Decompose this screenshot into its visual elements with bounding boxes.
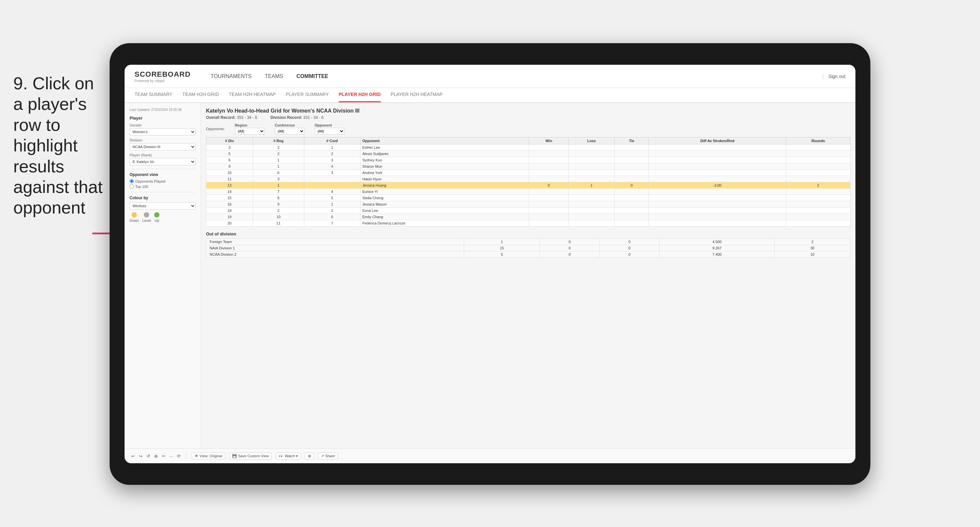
legend-level-label: Level bbox=[142, 219, 151, 222]
view-original-icon: 👁 bbox=[195, 454, 198, 458]
grid-table-wrapper: # Div # Reg # Conf Opponent Win Loss Tie… bbox=[206, 137, 850, 227]
toolbar-more[interactable]: ··· bbox=[169, 454, 173, 459]
filter-region: Region (All) bbox=[235, 123, 265, 135]
nav-committee[interactable]: COMMITTEE bbox=[296, 72, 328, 81]
filter-opponent-label: Opponent bbox=[315, 123, 345, 127]
legend-down-dot bbox=[132, 212, 137, 217]
division-select[interactable]: NCAA Division III bbox=[130, 143, 196, 151]
filter-region-select[interactable]: (All) bbox=[235, 128, 265, 135]
nav-tournaments[interactable]: TOURNAMENTS bbox=[211, 72, 251, 81]
bottom-toolbar: ↩ ↪ ↺ ⊕ ✂ ··· ⟳ 👁 View: Original 💾 Save … bbox=[124, 448, 856, 463]
sign-out-link[interactable]: Sign out bbox=[829, 74, 845, 79]
watch-icon: 👀 bbox=[279, 454, 283, 458]
filter-opponent-select[interactable]: (All) bbox=[315, 128, 345, 135]
legend-level-dot bbox=[144, 212, 149, 217]
opponent-view-title: Opponent view bbox=[130, 172, 196, 177]
subnav-team-summary[interactable]: TEAM SUMMARY bbox=[135, 88, 172, 102]
player-section-title: Player bbox=[130, 116, 196, 121]
timestamp: Last Updated: 27/03/2024 16:55:38 bbox=[130, 108, 196, 111]
grid-area: Katelyn Vo Head-to-Head Grid for Women's… bbox=[201, 103, 856, 448]
th-div: # Div bbox=[206, 138, 253, 144]
records-row: Overall Record: 353 - 34 - 6 Division Re… bbox=[206, 115, 850, 120]
table-row[interactable]: 131Jessica Huang010-3.002 bbox=[206, 182, 850, 189]
share-icon: ↗ bbox=[321, 454, 324, 458]
th-opponent: Opponent bbox=[360, 138, 529, 144]
navbar: SCOREBOARD Powered by clippd TOURNAMENTS… bbox=[124, 65, 856, 88]
filter-conference-label: Conference bbox=[275, 123, 305, 127]
instruction-step: 9. bbox=[13, 74, 27, 93]
th-tie: Tie bbox=[614, 138, 649, 144]
ood-row[interactable]: Foreign Team1004.5002 bbox=[206, 239, 850, 245]
brand-name: SCOREBOARD bbox=[135, 70, 191, 79]
player-rank-label: Player (Rank) bbox=[130, 153, 196, 157]
colour-by-select[interactable]: Win/loss bbox=[130, 202, 196, 210]
toolbar-view-original[interactable]: 👁 View: Original bbox=[192, 452, 225, 459]
th-loss: Loss bbox=[568, 138, 614, 144]
table-row[interactable]: 20117Federica Domecq Lacroze bbox=[206, 220, 850, 227]
main-content: Last Updated: 27/03/2024 16:55:38 Player… bbox=[124, 103, 856, 448]
ood-row[interactable]: NCAA Division 25007.40010 bbox=[206, 251, 850, 258]
subnav-player-h2h-grid[interactable]: PLAYER H2H GRID bbox=[339, 88, 381, 102]
gender-label: Gender bbox=[130, 123, 196, 127]
sign-out-area: | Sign out bbox=[822, 73, 845, 79]
table-row[interactable]: 19106Emily Chang bbox=[206, 214, 850, 220]
toolbar-add[interactable]: ⊕ bbox=[154, 454, 158, 459]
radio-opponents-played[interactable]: Opponents Played bbox=[130, 179, 196, 183]
ood-row[interactable]: NAIA Division 115009.26730 bbox=[206, 245, 850, 251]
subnav-team-h2h-grid[interactable]: TEAM H2H GRID bbox=[182, 88, 219, 102]
table-row[interactable]: 914Sharon Mun bbox=[206, 163, 850, 170]
radio-top100[interactable]: Top 100 bbox=[130, 184, 196, 189]
th-reg: # Reg bbox=[253, 138, 304, 144]
th-conf: # Conf bbox=[304, 138, 360, 144]
colour-by-title: Colour by bbox=[130, 195, 196, 200]
table-row[interactable]: 113Haejo Hyun bbox=[206, 176, 850, 182]
tablet-device: SCOREBOARD Powered by clippd TOURNAMENTS… bbox=[110, 43, 870, 485]
filter-conference-select[interactable]: (All) bbox=[275, 128, 305, 135]
filter-region-label: Region bbox=[235, 123, 265, 127]
subnav-player-summary[interactable]: PLAYER SUMMARY bbox=[286, 88, 329, 102]
overall-record: 353 - 34 - 6 bbox=[237, 115, 257, 120]
legend-up-dot bbox=[154, 212, 159, 217]
nav-teams[interactable]: TEAMS bbox=[265, 72, 283, 81]
toolbar-redo[interactable]: ↺ bbox=[146, 454, 150, 459]
save-custom-icon: 💾 bbox=[232, 454, 237, 458]
subnav-team-h2h-heatmap[interactable]: TEAM H2H HEATMAP bbox=[229, 88, 276, 102]
division-record-label: Division Record: 331 - 34 - 6 bbox=[270, 115, 324, 120]
brand-sub: Powered by clippd bbox=[135, 79, 191, 83]
brand: SCOREBOARD Powered by clippd bbox=[135, 70, 191, 83]
subnav-player-h2h-heatmap[interactable]: PLAYER H2H HEATMAP bbox=[391, 88, 443, 102]
opponents-label: Opponents: bbox=[206, 127, 225, 131]
ood-table: Foreign Team1004.5002NAIA Division 11500… bbox=[206, 238, 850, 258]
th-rounds: Rounds bbox=[786, 138, 850, 144]
table-row[interactable]: 1585Stella Cheng bbox=[206, 195, 850, 201]
th-win: Win bbox=[529, 138, 568, 144]
instruction-text: 9. Click on a player's row to highlight … bbox=[13, 73, 106, 218]
toolbar-refresh[interactable]: ⟳ bbox=[177, 454, 181, 459]
table-row[interactable]: 1474Eunice Yi bbox=[206, 189, 850, 195]
overall-record-label: Overall Record: 353 - 34 - 6 bbox=[206, 115, 257, 120]
toolbar-sep1 bbox=[186, 452, 186, 459]
grid-title: Katelyn Vo Head-to-Head Grid for Women's… bbox=[206, 108, 850, 114]
toolbar-watch[interactable]: 👀 Watch ▾ bbox=[276, 452, 301, 460]
toolbar-cut[interactable]: ✂ bbox=[162, 454, 165, 459]
division-label: Division bbox=[130, 138, 196, 142]
division-record: 331 - 34 - 6 bbox=[303, 115, 324, 120]
filter-row: Opponents: Region (All) Conference (All) bbox=[206, 123, 850, 135]
filter-conference: Conference (All) bbox=[275, 123, 305, 135]
table-row[interactable]: 522Alexis Sudjianto bbox=[206, 151, 850, 157]
toolbar-undo[interactable]: ↩ bbox=[131, 454, 135, 459]
table-row[interactable]: 1822Euna Lee bbox=[206, 208, 850, 214]
th-diff: Diff Av Strokes/Rnd bbox=[649, 138, 786, 144]
grid-table: # Div # Reg # Conf Opponent Win Loss Tie… bbox=[206, 137, 850, 227]
table-row[interactable]: 321Esther Lee bbox=[206, 144, 850, 151]
toolbar-save-custom-view[interactable]: 💾 Save Custom View bbox=[229, 452, 272, 460]
toolbar-redo-left[interactable]: ↪ bbox=[139, 454, 143, 459]
player-rank-select[interactable]: 8. Katelyn Vo bbox=[130, 158, 196, 165]
table-row[interactable]: 1691Jessica Mason bbox=[206, 201, 850, 208]
left-panel: Last Updated: 27/03/2024 16:55:38 Player… bbox=[124, 103, 201, 448]
gender-select[interactable]: Women's bbox=[130, 128, 196, 135]
toolbar-grid[interactable]: ⊞ bbox=[305, 452, 314, 460]
toolbar-share[interactable]: ↗ Share bbox=[318, 452, 338, 460]
table-row[interactable]: 1063Andrea York bbox=[206, 170, 850, 176]
table-row[interactable]: 613Sydney Kuo bbox=[206, 157, 850, 163]
